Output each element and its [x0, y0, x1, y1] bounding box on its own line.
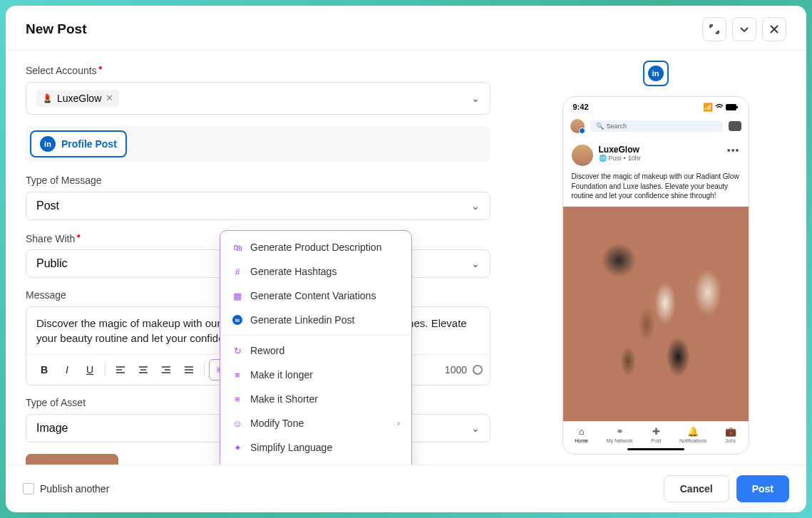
ai-menu-item[interactable]: ☺Modify Tone›: [220, 411, 411, 435]
ai-item-icon: ↻: [232, 345, 243, 356]
publish-another-checkbox[interactable]: Publish another: [23, 483, 109, 494]
ai-item-icon: ✦: [232, 442, 243, 453]
align-justify-button[interactable]: [178, 359, 200, 380]
signal-icon: 📶: [703, 103, 713, 112]
nav-item-notifications[interactable]: 🔔Notifications: [679, 426, 706, 443]
body: Select Accounts● 💄 LuxeGlow ✕ ⌄ in Profi…: [6, 51, 806, 465]
collapse-button[interactable]: [732, 17, 756, 41]
search-icon: 🔍: [596, 123, 604, 130]
post-header: LuxeGlow 🌐 Post • 10hr •••: [563, 138, 749, 170]
ai-item-label: Generate Hashtags: [250, 266, 336, 277]
profile-post-button[interactable]: in Profile Post: [30, 130, 127, 157]
account-name: LuxeGlow: [57, 93, 101, 104]
align-center-button[interactable]: [133, 359, 154, 380]
nav-item-home[interactable]: ⌂Home: [575, 426, 588, 443]
italic-button[interactable]: I: [56, 359, 78, 380]
linkedin-preview-tab[interactable]: in: [643, 61, 669, 86]
post-type-row: in Profile Post: [26, 126, 490, 162]
svg-rect-1: [736, 106, 738, 108]
chat-icon[interactable]: [729, 121, 741, 131]
ai-item-icon: #: [232, 266, 243, 277]
phone-status-bar: 9:42 📶: [563, 97, 749, 115]
chevron-down-icon: ⌄: [471, 200, 480, 212]
linkedin-search-row: 🔍 Search: [563, 115, 749, 138]
ai-item-label: Generate Linkedin Post: [250, 314, 354, 326]
type-message-select[interactable]: Post ⌄: [26, 192, 490, 220]
chevron-down-icon: ⌄: [471, 93, 480, 104]
ai-item-label: Simplify Language: [250, 442, 332, 453]
ai-menu-item[interactable]: #Generate Hashtags: [220, 259, 411, 284]
align-left-button[interactable]: [110, 359, 131, 380]
profile-post-label: Profile Post: [61, 138, 117, 150]
menu-separator: [220, 335, 411, 336]
submenu-arrow-icon: ›: [397, 418, 400, 428]
chevron-down-icon: ⌄: [471, 423, 480, 434]
ai-item-icon: ☺: [232, 418, 243, 429]
accounts-select[interactable]: 💄 LuxeGlow ✕ ⌄: [26, 82, 490, 115]
ai-menu-item[interactable]: ↻Reword: [220, 338, 411, 363]
search-input[interactable]: 🔍 Search: [590, 120, 723, 132]
linkedin-icon: in: [40, 136, 56, 152]
remove-account-icon[interactable]: ✕: [106, 93, 113, 103]
expand-button[interactable]: [702, 17, 726, 41]
type-message-value: Post: [36, 200, 59, 212]
linkedin-nav: ⌂Home⚭My Network✚Post🔔Notifications💼Jobs: [563, 421, 749, 446]
ai-item-label: Generate Product Description: [250, 242, 381, 253]
svg-rect-0: [726, 104, 736, 110]
cancel-button[interactable]: Cancel: [664, 475, 729, 502]
nav-icon: ⚭: [616, 426, 624, 437]
header: New Post: [6, 6, 806, 50]
avatar[interactable]: [570, 119, 585, 133]
char-counter: 1000: [445, 364, 483, 375]
accounts-label: Select Accounts●: [26, 63, 490, 76]
nav-item-jobs[interactable]: 💼Jobs: [725, 426, 736, 443]
preview-panel: in 9:42 📶 🔍 Search: [505, 51, 806, 465]
ai-menu-item[interactable]: ▦Generate Content Variations: [220, 284, 411, 308]
nav-label: Notifications: [679, 438, 706, 443]
post-button[interactable]: Post: [736, 475, 789, 502]
type-message-label: Type of Message: [26, 175, 490, 186]
ai-menu-item[interactable]: 🛍Generate Product Description: [220, 235, 411, 259]
nav-label: Post: [651, 438, 661, 443]
app-window: New Post Select Accounts● 💄 LuxeGlow ✕ ⌄…: [6, 6, 806, 512]
phone-preview: 9:42 📶 🔍 Search: [562, 96, 749, 455]
bold-button[interactable]: B: [34, 359, 55, 380]
footer-buttons: Cancel Post: [664, 475, 789, 502]
nav-item-my-network[interactable]: ⚭My Network: [607, 426, 633, 443]
nav-icon: ⌂: [579, 426, 585, 437]
post-author: LuxeGlow: [599, 145, 641, 155]
nav-label: Home: [575, 438, 588, 443]
ai-item-label: Generate Content Variations: [250, 290, 376, 301]
ai-menu-item[interactable]: ≡Make it Shorter: [220, 387, 411, 411]
image-thumbnail[interactable]: [26, 454, 118, 465]
post-body-text: Discover the magic of makeup with our Ra…: [563, 170, 749, 207]
ai-menu-item[interactable]: inGenerate Linkedin Post: [220, 308, 411, 332]
ai-menu-item[interactable]: AᴀTranslate›: [220, 460, 411, 465]
align-right-button[interactable]: [155, 359, 177, 380]
checkbox-icon: [23, 483, 34, 494]
toolbar-divider: [105, 363, 106, 377]
ai-item-label: Reword: [250, 345, 284, 356]
ai-item-icon: in: [232, 314, 243, 326]
required-dot: ●: [98, 63, 103, 71]
nav-item-post[interactable]: ✚Post: [651, 426, 661, 443]
close-button[interactable]: [762, 17, 786, 41]
ai-menu-item[interactable]: ≡Make it longer: [220, 363, 411, 387]
post-avatar: [572, 145, 593, 166]
status-icons: 📶: [703, 103, 739, 112]
required-dot: ●: [76, 232, 81, 239]
underline-button[interactable]: U: [79, 359, 101, 380]
linkedin-icon: in: [648, 66, 664, 81]
nav-icon: ✚: [652, 426, 660, 437]
ai-item-label: Modify Tone: [250, 418, 304, 429]
post-meta: 🌐 Post • 10hr: [599, 155, 641, 162]
globe-icon: 🌐: [599, 155, 607, 162]
post-menu-icon[interactable]: •••: [727, 145, 740, 156]
counter-circle-icon: [473, 365, 483, 375]
battery-icon: [726, 103, 739, 112]
page-title: New Post: [26, 21, 87, 37]
toolbar-divider: [204, 363, 205, 377]
ai-menu-item[interactable]: ✦Simplify Language: [220, 435, 411, 460]
form-panel: Select Accounts● 💄 LuxeGlow ✕ ⌄ in Profi…: [6, 51, 505, 465]
nav-label: Jobs: [725, 438, 736, 443]
